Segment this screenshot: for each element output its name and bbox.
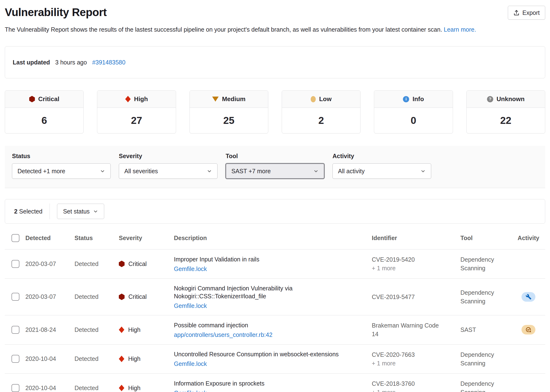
severity-card-high: High 27 (97, 90, 176, 133)
identifier-value: CVE-2019-5420 (372, 255, 442, 264)
filter-status-label: Status (12, 153, 111, 160)
detected-date: 2020-03-07 (25, 293, 75, 300)
divider (49, 203, 50, 219)
tool-value: Dependency Scanning (460, 350, 512, 368)
filter-tool-label: Tool (226, 153, 324, 160)
severity-card-critical: Critical 6 (5, 90, 84, 133)
severity-label: High (128, 355, 140, 362)
selection-bar: 2 Selected Set status (5, 199, 545, 224)
select-row-checkbox[interactable] (12, 355, 19, 363)
vulnerability-report-page: Vulnerability Report Export The Vulnerab… (0, 0, 550, 392)
severity-high-icon (119, 356, 124, 362)
location-link[interactable]: Gemfile.lock (174, 390, 365, 392)
location-link[interactable]: Gemfile.lock (174, 266, 365, 273)
severity-card-count: 25 (190, 108, 268, 133)
severity-high-icon (119, 385, 124, 391)
severity-label: Critical (128, 260, 146, 267)
set-status-button[interactable]: Set status (57, 204, 104, 219)
detected-date: 2020-10-04 (25, 385, 75, 392)
tool-value: Dependency Scanning (460, 379, 512, 392)
filter-tool: Tool SAST +7 more (226, 153, 324, 179)
severity-label: Critical (128, 293, 146, 300)
severity-card-label: Low (319, 95, 332, 103)
identifier-value: CVE-2018-3760 (372, 379, 442, 388)
severity-info-icon (403, 96, 409, 102)
dismissed-check-icon (526, 327, 532, 333)
severity-critical-icon (29, 96, 35, 102)
severity-card-low: Low 2 (282, 90, 361, 133)
location-link[interactable]: app/controllers/users_controller.rb:42 (174, 331, 365, 338)
status-value: Detected (75, 260, 119, 267)
chevron-down-icon (313, 168, 319, 174)
severity-card-count: 0 (374, 108, 453, 133)
location-link[interactable]: Gemfile.lock (174, 360, 365, 367)
select-row-checkbox[interactable] (12, 384, 19, 392)
severity-card-count: 22 (467, 108, 545, 133)
identifier-more: + 1 more (372, 265, 396, 272)
vulnerability-title: Information Exposure in sprockets (174, 379, 365, 388)
last-updated-panel: Last updated 3 hours ago #391483580 (5, 46, 545, 78)
status-filter-value: Detected +1 more (17, 168, 65, 175)
severity-filter-dropdown[interactable]: All severities (119, 163, 217, 179)
export-button[interactable]: Export (508, 6, 545, 20)
select-row-checkbox[interactable] (12, 293, 19, 301)
severity-critical-icon (119, 294, 125, 300)
select-row-checkbox[interactable] (12, 326, 19, 334)
column-header-severity: Severity (119, 235, 174, 242)
table-row[interactable]: 2020-10-04 Detected High Uncontrolled Re… (5, 344, 545, 374)
column-header-tool: Tool (460, 235, 512, 242)
wrench-icon (526, 294, 532, 300)
tool-filter-dropdown[interactable]: SAST +7 more (226, 163, 324, 179)
column-header-status: Status (75, 235, 119, 242)
identifier-more: + 1 more (372, 389, 396, 392)
severity-card-label: Critical (38, 95, 59, 103)
filter-severity: Severity All severities (119, 153, 217, 179)
severity-card-label: Unknown (497, 95, 525, 103)
severity-card-unknown: Unknown 22 (466, 90, 545, 133)
column-header-activity: Activity (512, 235, 545, 242)
vulnerability-table: Detected Status Severity Description Ide… (5, 224, 545, 392)
severity-card-medium: Medium 25 (189, 90, 268, 133)
table-row[interactable]: 2021-08-24 Detected High Possible comman… (5, 315, 545, 344)
table-row[interactable]: 2020-03-07 Detected Critical Improper In… (5, 249, 545, 279)
chevron-down-icon (100, 168, 105, 174)
status-filter-dropdown[interactable]: Detected +1 more (12, 163, 111, 179)
export-button-label: Export (522, 9, 540, 16)
activity-filter-dropdown[interactable]: All activity (333, 163, 431, 179)
last-updated-time: 3 hours ago (55, 59, 87, 66)
selected-count-text: 2 Selected (14, 208, 42, 215)
severity-card-label: Medium (222, 95, 245, 103)
page-description-text: The Vulnerability Report shows the resul… (5, 26, 442, 33)
severity-label: High (128, 385, 140, 392)
severity-filter-value: All severities (124, 168, 158, 175)
selected-label: Selected (19, 208, 42, 215)
status-value: Detected (75, 355, 119, 362)
detected-date: 2020-10-04 (25, 355, 75, 362)
status-value: Detected (75, 293, 119, 300)
location-link[interactable]: Gemfile.lock (174, 302, 365, 309)
page-header: Vulnerability Report Export (5, 6, 545, 20)
select-row-checkbox[interactable] (12, 260, 19, 268)
filter-status: Status Detected +1 more (12, 153, 111, 179)
table-row[interactable]: 2020-10-04 Detected High Information Exp… (5, 374, 545, 392)
activity-badge[interactable] (522, 292, 535, 302)
activity-badge[interactable] (522, 325, 535, 335)
tool-filter-value: SAST +7 more (231, 168, 271, 175)
vulnerability-title: Possible command injection (174, 321, 365, 329)
column-header-identifier: Identifier (372, 235, 460, 242)
severity-critical-icon (119, 261, 125, 267)
pipeline-link[interactable]: #391483580 (92, 59, 125, 66)
select-all-checkbox[interactable] (12, 234, 19, 242)
vulnerability-title: Uncontrolled Resource Consumption in web… (174, 350, 365, 358)
vulnerability-title: Nokogiri Command Injection Vulnerability… (174, 284, 365, 301)
learn-more-link[interactable]: Learn more. (444, 26, 476, 33)
identifier-value: CVE-2019-5477 (372, 293, 442, 301)
severity-unknown-icon (487, 96, 493, 102)
filter-activity-label: Activity (333, 153, 431, 160)
severity-card-info: Info 0 (374, 90, 453, 133)
table-row[interactable]: 2020-03-07 Detected Critical Nokogiri Co… (5, 279, 545, 315)
filter-activity: Activity All activity (333, 153, 431, 179)
vulnerability-title: Improper Input Validation in rails (174, 255, 365, 264)
severity-card-label: High (134, 95, 148, 103)
severity-high-icon (119, 327, 124, 333)
